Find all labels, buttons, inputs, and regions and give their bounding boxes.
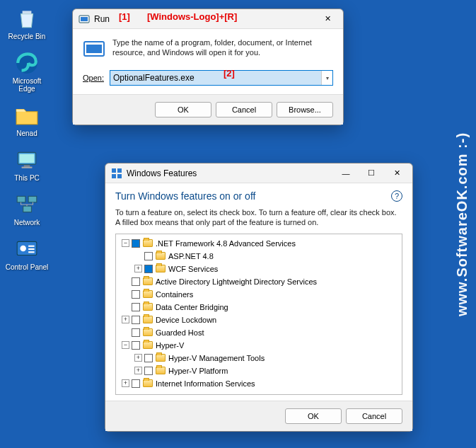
tree-checkbox[interactable]: [144, 265, 153, 273]
tree-checkbox[interactable]: [132, 328, 140, 337]
tree-item[interactable]: Active Directory Lightweight Directory S…: [116, 275, 402, 288]
folder-icon: [156, 367, 166, 374]
tree-item[interactable]: +Device Lockdown: [116, 314, 402, 326]
tree-item-label: Containers: [156, 290, 193, 299]
folder-icon: [143, 316, 153, 323]
ok-button[interactable]: OK: [285, 408, 342, 424]
svg-rect-5: [17, 196, 25, 202]
expand-icon[interactable]: +: [134, 265, 142, 272]
close-button[interactable]: ✕: [384, 165, 410, 182]
help-icon[interactable]: ?: [391, 190, 402, 202]
tree-item[interactable]: +Hyper-V Platform: [116, 364, 402, 377]
tree-item[interactable]: −Hyper-V: [116, 339, 402, 352]
ok-button[interactable]: OK: [155, 102, 211, 117]
desktop-icon-label: Network: [14, 219, 40, 226]
desktop-icon-label: Microsoft Edge: [4, 77, 50, 93]
tree-checkbox[interactable]: [132, 277, 140, 286]
svg-rect-16: [86, 45, 102, 53]
cancel-button[interactable]: Cancel: [346, 408, 402, 424]
features-titlebar[interactable]: Windows Features — ☐ ✕: [105, 163, 412, 183]
tree-item[interactable]: +Hyper-V Management Tools: [116, 352, 402, 364]
run-open-input[interactable]: [110, 71, 321, 85]
tree-checkbox[interactable]: [144, 367, 153, 375]
tree-checkbox[interactable]: [132, 379, 140, 388]
desktop-icon-this-pc[interactable]: This PC: [4, 147, 50, 182]
tree-item-label: Hyper-V: [156, 341, 184, 350]
tree-checkbox[interactable]: [132, 290, 140, 299]
expand-icon[interactable]: +: [122, 379, 129, 387]
pc-icon: [14, 147, 40, 173]
desktop-icon-label: Recycle Bin: [8, 33, 46, 40]
watermark-text: www.SoftwareOK.com :-): [454, 132, 470, 316]
svg-rect-14: [81, 17, 88, 21]
folder-icon: [143, 379, 153, 387]
features-description: To turn a feature on, select its check b…: [115, 207, 402, 228]
svg-rect-3: [24, 165, 30, 166]
expand-icon[interactable]: +: [134, 367, 142, 374]
folder-icon: [143, 239, 153, 247]
tree-item-label: WCF Services: [168, 265, 218, 273]
tree-item[interactable]: +WCF Services: [116, 263, 402, 275]
recycle-bin-icon: [14, 6, 40, 31]
network-icon: [14, 192, 40, 217]
tree-item-label: Hyper-V Platform: [168, 367, 228, 375]
browse-button[interactable]: Browse...: [277, 102, 333, 117]
tree-checkbox[interactable]: [144, 354, 153, 362]
collapse-icon[interactable]: −: [122, 341, 129, 349]
tree-item-label: ASP.NET 4.8: [168, 252, 214, 260]
folder-icon: [156, 354, 166, 362]
collapse-icon[interactable]: −: [122, 239, 129, 247]
tree-checkbox[interactable]: [132, 341, 140, 350]
svg-rect-10: [28, 246, 35, 247]
svg-rect-6: [28, 196, 37, 202]
run-open-combobox[interactable]: ▾: [110, 70, 333, 86]
tree-item-label: Device Lockdown: [156, 316, 216, 324]
expand-icon[interactable]: +: [122, 316, 129, 323]
tree-checkbox[interactable]: [132, 303, 140, 311]
desktop-icon-edge[interactable]: Microsoft Edge: [4, 50, 50, 93]
folder-icon: [143, 290, 153, 298]
tree-item[interactable]: Guarded Host: [116, 326, 402, 339]
tree-item[interactable]: Containers: [116, 288, 402, 301]
cancel-button[interactable]: Cancel: [216, 102, 272, 117]
tree-item[interactable]: −.NET Framework 4.8 Advanced Services: [116, 237, 402, 250]
features-title: Windows Features: [127, 168, 333, 178]
desktop-icon-control-panel[interactable]: Control Panel: [4, 236, 50, 271]
tree-item[interactable]: Data Center Bridging: [116, 301, 402, 314]
svg-rect-20: [117, 174, 122, 178]
desktop-icon-label: Nenad: [16, 130, 37, 137]
folder-icon: [143, 341, 153, 349]
svg-rect-11: [28, 248, 35, 250]
expand-icon[interactable]: +: [134, 354, 142, 362]
tree-item-label: Guarded Host: [156, 328, 204, 337]
desktop-icon-recycle-bin[interactable]: Recycle Bin: [4, 6, 50, 40]
desktop-icon-label: This PC: [14, 174, 40, 182]
features-heading: Turn Windows features on or off: [115, 190, 255, 202]
folder-icon: [143, 303, 153, 311]
run-open-label: Open:: [83, 74, 104, 82]
tree-item[interactable]: +Internet Information Services: [116, 377, 402, 390]
run-titlebar[interactable]: Run ✕: [73, 9, 343, 29]
maximize-button[interactable]: ☐: [359, 165, 384, 182]
svg-point-9: [20, 246, 26, 252]
svg-rect-7: [23, 206, 32, 212]
tree-item[interactable]: ASP.NET 4.8: [116, 250, 402, 263]
svg-rect-12: [28, 251, 35, 253]
close-button[interactable]: ✕: [315, 11, 340, 28]
tree-checkbox[interactable]: [132, 316, 140, 324]
chevron-down-icon[interactable]: ▾: [321, 71, 332, 85]
desktop: Recycle Bin Microsoft Edge Nenad This PC…: [0, 0, 50, 281]
minimize-button[interactable]: —: [333, 165, 359, 182]
svg-rect-4: [22, 167, 33, 168]
features-tree[interactable]: −.NET Framework 4.8 Advanced ServicesASP…: [115, 234, 402, 395]
tree-checkbox[interactable]: [132, 239, 140, 248]
svg-rect-17: [112, 168, 116, 173]
control-panel-icon: [14, 236, 40, 262]
desktop-icon-user-folder[interactable]: Nenad: [4, 103, 50, 137]
tree-checkbox[interactable]: [144, 252, 153, 260]
tree-item-label: Internet Information Services: [156, 379, 255, 388]
features-app-icon: [111, 168, 122, 179]
desktop-icon-network[interactable]: Network: [4, 192, 50, 226]
windows-features-dialog: Windows Features — ☐ ✕ Turn Windows feat…: [105, 163, 413, 432]
desktop-icon-label: Control Panel: [6, 263, 49, 271]
